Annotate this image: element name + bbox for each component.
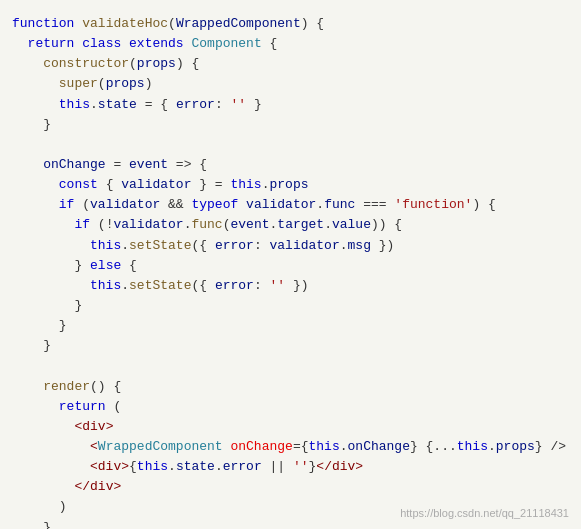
code-line: super(props) bbox=[12, 74, 569, 94]
code-line: } else { bbox=[12, 256, 569, 276]
watermark: https://blog.csdn.net/qq_21118431 bbox=[400, 507, 569, 519]
code-line: this.setState({ error: '' }) bbox=[12, 276, 569, 296]
code-line: </div> bbox=[12, 477, 569, 497]
code-line bbox=[12, 135, 569, 155]
code-line: } bbox=[12, 115, 569, 135]
code-line: this.setState({ error: validator.msg }) bbox=[12, 236, 569, 256]
code-block: function validateHoc(WrappedComponent) {… bbox=[0, 10, 581, 529]
code-line: onChange = event => { bbox=[12, 155, 569, 175]
code-line: } bbox=[12, 518, 569, 529]
code-line: } bbox=[12, 316, 569, 336]
code-line: <div>{this.state.error || ''}</div> bbox=[12, 457, 569, 477]
code-line: } bbox=[12, 336, 569, 356]
code-container: function validateHoc(WrappedComponent) {… bbox=[0, 0, 581, 529]
code-line: return ( bbox=[12, 397, 569, 417]
code-line: <div> bbox=[12, 417, 569, 437]
code-line: return class extends Component { bbox=[12, 34, 569, 54]
code-line bbox=[12, 356, 569, 376]
code-line: render() { bbox=[12, 377, 569, 397]
code-line: if (!validator.func(event.target.value))… bbox=[12, 215, 569, 235]
code-line: constructor(props) { bbox=[12, 54, 569, 74]
code-line: if (validator && typeof validator.func =… bbox=[12, 195, 569, 215]
code-line: <WrappedComponent onChange={this.onChang… bbox=[12, 437, 569, 457]
code-line: } bbox=[12, 296, 569, 316]
code-line: this.state = { error: '' } bbox=[12, 95, 569, 115]
code-line: const { validator } = this.props bbox=[12, 175, 569, 195]
code-line: function validateHoc(WrappedComponent) { bbox=[12, 14, 569, 34]
